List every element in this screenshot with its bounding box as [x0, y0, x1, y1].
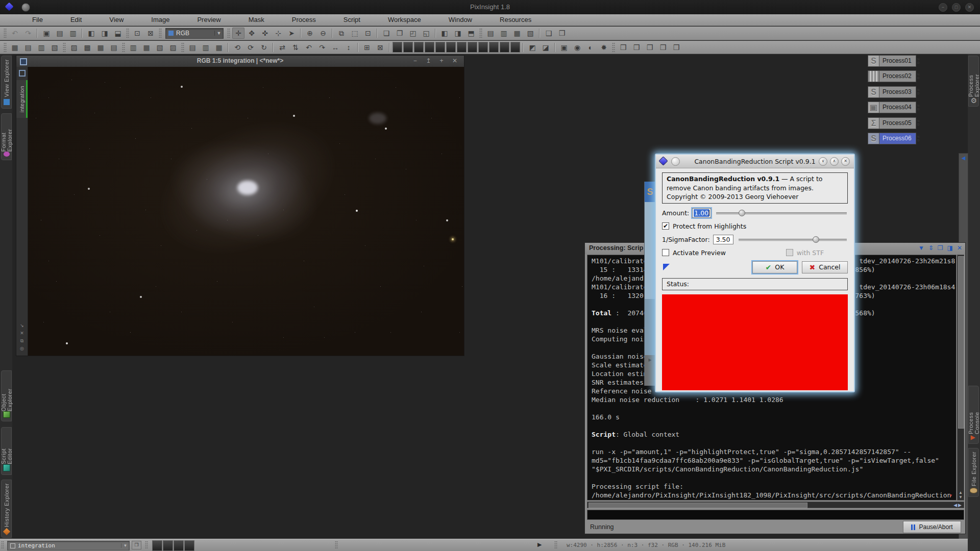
- lock-layout-icon[interactable]: ▦: [213, 42, 225, 53]
- selection-mode-icon[interactable]: [19, 70, 26, 77]
- workspace-swatch[interactable]: [414, 42, 424, 53]
- arrange-free-icon[interactable]: ▨: [167, 42, 179, 53]
- sidebar-item-object-explorer[interactable]: Object Explorer: [1, 370, 12, 421]
- new-image-icon[interactable]: ▣: [40, 28, 53, 39]
- statusbar-drag-handle[interactable]: [554, 541, 557, 549]
- monitor-1-icon[interactable]: ❒: [617, 42, 629, 53]
- toolbar-drag-handle[interactable]: [181, 42, 184, 53]
- fullscreen-icon[interactable]: ⬒: [465, 28, 477, 39]
- menu-window[interactable]: Window: [435, 14, 486, 26]
- menu-edit[interactable]: Edit: [57, 14, 95, 26]
- amount-input[interactable]: 1.00: [692, 208, 711, 218]
- workspace-swatch[interactable]: [478, 42, 488, 53]
- enable-mask-icon[interactable]: ⊠: [144, 28, 157, 39]
- align-right-icon[interactable]: ▩: [81, 42, 93, 53]
- ok-button[interactable]: ✔ OK: [752, 261, 797, 273]
- crop-icon[interactable]: ⊞: [361, 42, 373, 53]
- readout-play-icon[interactable]: ▶: [537, 541, 542, 548]
- clone-image-icon[interactable]: ◧: [85, 28, 97, 39]
- sidebar-item-script-editor[interactable]: Script Editor: [1, 427, 12, 475]
- workspace-swatch[interactable]: [510, 42, 520, 53]
- iconize-image-icon[interactable]: ⬓: [112, 28, 124, 39]
- workspace-swatch[interactable]: [425, 42, 434, 53]
- process-panel-icon[interactable]: ▥: [498, 28, 510, 39]
- combo-dropdown-icon[interactable]: ▼: [214, 31, 223, 36]
- toolbar-drag-handle[interactable]: [612, 42, 615, 53]
- hscroll-thumb[interactable]: [589, 503, 807, 508]
- hidden-window-sliver[interactable]: S ▶: [644, 182, 655, 386]
- monitor-2-icon[interactable]: ❒: [630, 42, 643, 53]
- arrange-vertical-icon[interactable]: ▦: [140, 42, 153, 53]
- shrink-window-icon[interactable]: ◱: [420, 28, 432, 39]
- menu-script[interactable]: Script: [330, 14, 374, 26]
- protect-from-highlights-checkbox[interactable]: ✔: [662, 222, 669, 230]
- snap-guides-icon[interactable]: ▥: [200, 42, 212, 53]
- next-window-icon[interactable]: ◨: [452, 28, 464, 39]
- process-icon-process02[interactable]: Process02N D: [868, 70, 921, 82]
- dialog-close-icon[interactable]: ✕: [841, 157, 850, 166]
- list-view-icon[interactable]: ▤: [22, 42, 34, 53]
- toolbar-drag-handle[interactable]: [479, 28, 482, 38]
- menu-preview[interactable]: Preview: [183, 14, 234, 26]
- console-horizontal-scrollbar[interactable]: ◀▶: [587, 502, 964, 508]
- view-properties-button[interactable]: ❐: [132, 541, 141, 549]
- rotate-right-icon[interactable]: ↷: [316, 42, 328, 53]
- console-close-icon[interactable]: ✕: [957, 244, 962, 252]
- save-image-icon[interactable]: ▥: [67, 28, 79, 39]
- mirror-horizontal-icon[interactable]: ↔: [329, 42, 341, 53]
- align-bottom-icon[interactable]: ▤: [108, 42, 120, 53]
- workspace-swatch[interactable]: [446, 42, 456, 53]
- explorer-panel-icon[interactable]: ▤: [484, 28, 497, 39]
- workspace-swatch[interactable]: [435, 42, 445, 53]
- hscroll-arrows[interactable]: ◀▶: [953, 503, 963, 508]
- menu-resources[interactable]: Resources: [486, 14, 545, 26]
- detail-view-icon[interactable]: ▧: [48, 42, 61, 53]
- dock-collapse-icon[interactable]: ◀: [959, 155, 968, 161]
- pan-mode-icon[interactable]: ✥: [246, 28, 258, 39]
- close-window-icon[interactable]: ✕: [965, 3, 974, 12]
- stf-auto-stretch-icon[interactable]: ▣: [558, 42, 570, 53]
- maximize-window-icon[interactable]: □: [952, 3, 961, 12]
- image-canvas-m101[interactable]: [28, 67, 464, 356]
- monitor-3-icon[interactable]: ❒: [644, 42, 656, 53]
- grid-view-icon[interactable]: ▦: [9, 42, 21, 53]
- toolbar-drag-handle[interactable]: [4, 42, 7, 53]
- menu-file[interactable]: File: [18, 14, 57, 26]
- columns-view-icon[interactable]: ▥: [35, 42, 47, 53]
- vscroll-arrows[interactable]: ▲▼: [958, 490, 964, 499]
- readout-mode-icon[interactable]: ➤: [285, 28, 298, 39]
- workspace-swatch[interactable]: [393, 42, 402, 53]
- monitor-4-icon[interactable]: ❒: [657, 42, 669, 53]
- sidebar-item-history-explorer[interactable]: History Explorer: [1, 480, 12, 538]
- clear-icon[interactable]: ⊠: [374, 42, 386, 53]
- undo-icon[interactable]: ↶: [9, 28, 21, 39]
- pause-abort-button[interactable]: Pause/Abort: [903, 521, 961, 533]
- menu-image[interactable]: Image: [137, 14, 183, 26]
- fit-window-icon[interactable]: ⊡: [362, 28, 374, 39]
- process-icon-process03[interactable]: SProcess03N D: [868, 86, 921, 98]
- channel-selector-combo[interactable]: RGB▼: [165, 28, 224, 39]
- show-mask-icon[interactable]: ⊡: [131, 28, 143, 39]
- console-dock-icon[interactable]: ◨: [947, 244, 953, 252]
- zoom-in-icon[interactable]: ⊕: [304, 28, 316, 39]
- arrange-horizontal-icon[interactable]: ▥: [127, 42, 139, 53]
- expand-window-icon[interactable]: ◰: [407, 28, 419, 39]
- stf-reset-icon[interactable]: ✸: [598, 42, 610, 53]
- stf-toggle-icon[interactable]: ◐: [584, 42, 597, 53]
- toolbar-drag-handle[interactable]: [227, 28, 230, 38]
- cascade-windows-icon[interactable]: ❐: [394, 28, 406, 39]
- workspace-thumbnail-3[interactable]: [174, 540, 184, 551]
- flip-vertical-icon[interactable]: ⇅: [289, 42, 302, 53]
- view-tab-integration[interactable]: integration: [16, 80, 28, 118]
- console-command-input[interactable]: [587, 510, 964, 520]
- edit-mode-icon[interactable]: ✛: [232, 28, 244, 39]
- amount-slider-handle[interactable]: [739, 210, 745, 216]
- amount-slider[interactable]: [716, 210, 848, 216]
- center-mode-icon[interactable]: ⊹: [272, 28, 284, 39]
- sidebar-item-process-explorer[interactable]: Process Explorer⚙: [968, 56, 979, 107]
- statusbar-drag-handle[interactable]: [335, 541, 338, 549]
- sidebar-item-format-explorer[interactable]: Format Explorer: [1, 113, 12, 160]
- toolbar-drag-handle[interactable]: [159, 28, 162, 38]
- workspace-swatch[interactable]: [489, 42, 499, 53]
- menu-mask[interactable]: Mask: [235, 14, 278, 26]
